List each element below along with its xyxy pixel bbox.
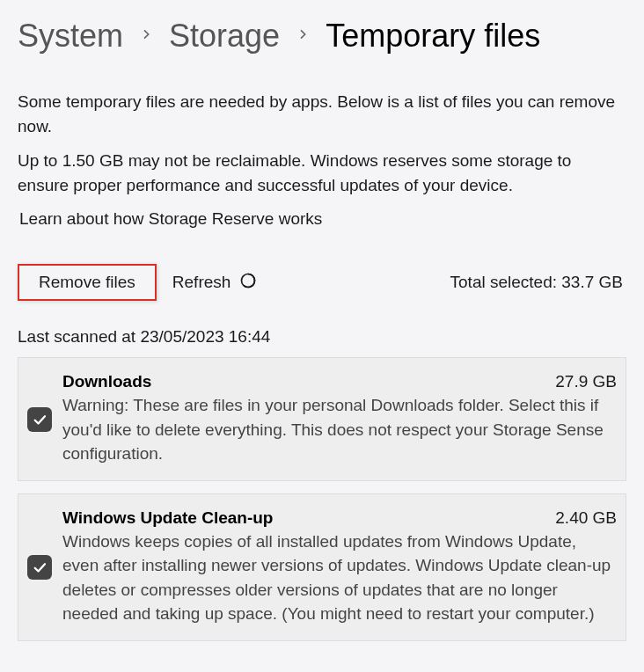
file-description: Windows keeps copies of all installed up…: [62, 530, 617, 626]
remove-files-button[interactable]: Remove files: [18, 264, 157, 301]
file-title: Windows Update Clean-up: [62, 508, 273, 528]
last-scanned-label: Last scanned at 23/05/2023 16:44: [18, 327, 626, 347]
actions-row: Remove files Refresh Total selected: 33.…: [18, 264, 626, 301]
chevron-right-icon: [139, 27, 153, 45]
file-text: Windows Update Clean-up 2.40 GB Windows …: [62, 508, 617, 626]
chevron-right-icon: [296, 27, 310, 45]
file-size: 27.9 GB: [555, 372, 617, 391]
total-selected-label: Total selected: 33.7 GB: [450, 273, 623, 292]
refresh-icon: [239, 272, 257, 294]
file-description: Warning: These are files in your persona…: [62, 393, 617, 466]
description-text-1: Some temporary files are needed by apps.…: [18, 90, 626, 138]
file-size: 2.40 GB: [555, 508, 617, 528]
refresh-label: Refresh: [172, 273, 231, 292]
refresh-button[interactable]: Refresh: [172, 272, 258, 294]
file-card-windows-update[interactable]: Windows Update Clean-up 2.40 GB Windows …: [18, 493, 626, 641]
file-card-downloads[interactable]: Downloads 27.9 GB Warning: These are fil…: [18, 357, 626, 481]
breadcrumb-item-storage[interactable]: Storage: [169, 18, 280, 55]
breadcrumb: System Storage Temporary files: [18, 18, 626, 55]
file-title: Downloads: [62, 372, 151, 391]
learn-more-link[interactable]: Learn about how Storage Reserve works: [19, 209, 626, 229]
description-text-2: Up to 1.50 GB may not be reclaimable. Wi…: [18, 149, 626, 197]
checkbox-downloads[interactable]: [27, 407, 52, 432]
checkbox-windows-update[interactable]: [27, 555, 52, 580]
breadcrumb-item-current: Temporary files: [326, 18, 540, 55]
breadcrumb-item-system[interactable]: System: [18, 18, 123, 55]
file-text: Downloads 27.9 GB Warning: These are fil…: [62, 372, 617, 466]
